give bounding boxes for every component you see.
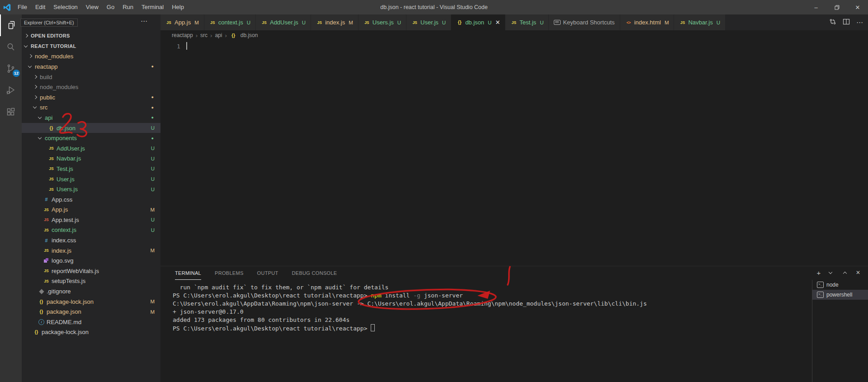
tree-item-reportWebVitals.js[interactable]: JSreportWebVitals.js [22, 266, 160, 276]
menu-edit[interactable]: Edit [31, 0, 49, 14]
tree-item-label: package.json [47, 308, 81, 315]
tab-keyboard-shortcuts[interactable]: Keyboard Shortcuts [549, 14, 620, 30]
tree-item-api[interactable]: api● [22, 113, 160, 123]
menu-go[interactable]: Go [103, 0, 118, 14]
run-debug-icon[interactable] [0, 80, 22, 101]
code-editor[interactable]: 1 [160, 40, 868, 266]
tree-item-User.js[interactable]: JSUser.jsU [22, 174, 160, 184]
menu-run[interactable]: Run [118, 0, 137, 14]
tab-user.js[interactable]: JSUser.jsU [406, 14, 451, 30]
workspace-label: REACT TUTORIAL [31, 43, 76, 49]
tree-item-logo.svg[interactable]: logo.svg [22, 255, 160, 266]
menu-selection[interactable]: Selection [49, 0, 81, 14]
maximize-panel-button[interactable] [841, 269, 849, 276]
tab-app.js[interactable]: JSApp.jsM [160, 14, 204, 30]
terminal-line: PS C:\Users\erol.akgul\Desktop\react tut… [173, 324, 647, 333]
terminal-session-node[interactable]: >_node [812, 280, 868, 290]
tree-item-node_modules[interactable]: node_modules [22, 82, 160, 92]
breadcrumb-src[interactable]: src [200, 32, 208, 38]
tree-item-setupTests.js[interactable]: JSsetupTests.js [22, 276, 160, 287]
tree-item-package-lock.json[interactable]: {}package-lock.jsonM [22, 297, 160, 307]
terminal-dropdown-button[interactable] [828, 269, 835, 276]
tree-item-Test.js[interactable]: JSTest.jsU [22, 164, 160, 174]
tree-item-App.css[interactable]: #App.css [22, 194, 160, 205]
extensions-icon[interactable] [0, 101, 22, 123]
breadcrumb-api[interactable]: api [215, 32, 222, 38]
terminal-cursor [371, 324, 375, 331]
tree-item-AddUser.js[interactable]: JSAddUser.jsU [22, 143, 160, 154]
modified-contents-dot: ● [151, 105, 154, 110]
tab-navbar.js[interactable]: JSNavbar.jsU [674, 14, 726, 30]
split-editor-icon[interactable] [843, 18, 850, 27]
tree-item-package.json[interactable]: {}package.jsonM [22, 307, 160, 317]
tab-index.html[interactable]: <>index.htmlM [620, 14, 675, 30]
tree-item-package-lock.json[interactable]: {}package-lock.json [22, 327, 160, 338]
tree-item-public[interactable]: public● [22, 92, 160, 103]
menu-help[interactable]: Help [168, 0, 188, 14]
close-tab-icon[interactable]: ✕ [495, 19, 500, 26]
tree-item-Navbar.js[interactable]: JSNavbar.jsU [22, 154, 160, 164]
tab-label: context.js [218, 19, 243, 26]
tree-item-db.json[interactable]: {}db.jsonU [22, 123, 160, 133]
tree-item-README.md[interactable]: iREADME.md [22, 317, 160, 327]
tree-item-src[interactable]: src● [22, 103, 160, 113]
tree-item-index.css[interactable]: #index.css [22, 235, 160, 245]
tabs-container: JSApp.jsMJScontext.jsUJSAddUser.jsUJSind… [160, 14, 726, 30]
terminal-session-powershell[interactable]: >_powershell [812, 290, 868, 300]
json-icon: {} [50, 126, 53, 131]
breadcrumb-separator-icon: › [225, 32, 226, 39]
panel-tab-output[interactable]: OUTPUT [257, 267, 278, 280]
breadcrumb-db.json[interactable]: db.json [241, 32, 258, 38]
tab-adduser.js[interactable]: JSAddUser.jsU [256, 14, 311, 30]
tab-context.js[interactable]: JScontext.jsU [204, 14, 256, 30]
panel-tab-debug-console[interactable]: DEBUG CONSOLE [292, 267, 337, 280]
js-icon: JS [49, 156, 53, 161]
search-icon[interactable] [0, 36, 22, 58]
tab-db.json[interactable]: {}db.jsonU✕ [451, 14, 505, 30]
git-status-badge: U [151, 227, 155, 233]
keyboard-icon [554, 20, 561, 25]
explorer-icon[interactable] [0, 14, 23, 36]
tree-item-label: node_modules [40, 84, 78, 90]
close-panel-button[interactable]: ✕ [854, 269, 862, 276]
tab-test.js[interactable]: JSTest.jsU [505, 14, 549, 30]
tree-item-.gitignore[interactable]: .gitignore [22, 286, 160, 297]
js-file-icon: JS [316, 20, 323, 25]
tree-item-context.js[interactable]: JScontext.jsU [22, 225, 160, 236]
workspace-section[interactable]: REACT TUTORIAL [22, 41, 160, 51]
tab-index.js[interactable]: JSindex.jsM [311, 14, 359, 30]
more-actions-icon[interactable]: ⋯ [856, 19, 863, 27]
json-file-icon: {} [230, 33, 237, 38]
chevron-down-icon [38, 115, 43, 121]
restore-button[interactable] [826, 0, 847, 14]
menu-file[interactable]: File [14, 0, 31, 14]
tree-item-label: logo.svg [52, 257, 73, 264]
tree-item-build[interactable]: build [22, 72, 160, 82]
tree-item-App.js[interactable]: JSApp.jsM [22, 205, 160, 215]
menu-terminal[interactable]: Terminal [137, 0, 168, 14]
json-icon: {} [40, 309, 43, 314]
panel-tab-problems[interactable]: PROBLEMS [215, 267, 244, 280]
tree-item-reactapp[interactable]: reactapp● [22, 61, 160, 72]
tab-users.js[interactable]: JSUsers.jsU [359, 14, 406, 30]
open-editors-section[interactable]: OPEN EDITORS [22, 31, 160, 41]
tree-item-App.test.js[interactable]: JSApp.test.jsU [22, 215, 160, 225]
tree-item-index.js[interactable]: JSindex.jsM [22, 245, 160, 256]
explorer-more-actions-button[interactable]: ⋯ [141, 17, 148, 25]
vscode-logo-icon [0, 4, 14, 11]
js-icon: JS [317, 20, 321, 25]
info-icon: i [38, 319, 44, 325]
git-icon [39, 289, 44, 294]
new-terminal-button[interactable]: + [815, 269, 822, 276]
tree-item-node_modules[interactable]: node_modules [22, 52, 160, 62]
menu-view[interactable]: View [82, 0, 103, 14]
tree-item-Users.js[interactable]: JSUsers.jsU [22, 184, 160, 194]
close-window-button[interactable]: ✕ [847, 0, 868, 14]
terminal-output[interactable]: run `npm audit fix` to fix them, or `npm… [173, 283, 647, 333]
minimize-button[interactable]: – [806, 0, 826, 14]
panel-tab-terminal[interactable]: TERMINAL [175, 266, 201, 280]
breadcrumb-reactapp[interactable]: reactapp [172, 32, 193, 38]
tree-item-components[interactable]: components● [22, 133, 160, 143]
open-changes-icon[interactable] [829, 18, 836, 27]
source-control-icon[interactable]: 12 [0, 58, 22, 80]
